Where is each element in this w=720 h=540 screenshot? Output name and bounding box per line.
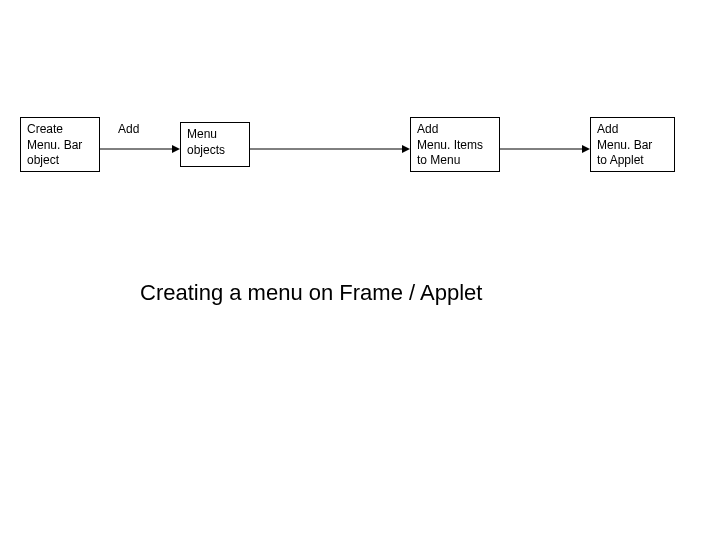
- arrow-label-add: Add: [118, 122, 139, 136]
- box-create-menubar-text: Create Menu. Bar object: [27, 122, 82, 167]
- box-create-menubar: Create Menu. Bar object: [20, 117, 100, 172]
- svg-marker-1: [172, 145, 180, 153]
- diagram-canvas: Create Menu. Bar object Add Menu objects…: [0, 0, 720, 540]
- box-add-menubar-applet-text: Add Menu. Bar to Applet: [597, 122, 652, 167]
- svg-marker-3: [402, 145, 410, 153]
- box-menu-objects-text: Menu objects: [187, 127, 225, 157]
- diagram-caption: Creating a menu on Frame / Applet: [140, 280, 482, 306]
- box-menu-objects: Menu objects: [180, 122, 250, 167]
- box-add-menuitems: Add Menu. Items to Menu: [410, 117, 500, 172]
- box-add-menubar-applet: Add Menu. Bar to Applet: [590, 117, 675, 172]
- box-add-menuitems-text: Add Menu. Items to Menu: [417, 122, 483, 167]
- svg-marker-5: [582, 145, 590, 153]
